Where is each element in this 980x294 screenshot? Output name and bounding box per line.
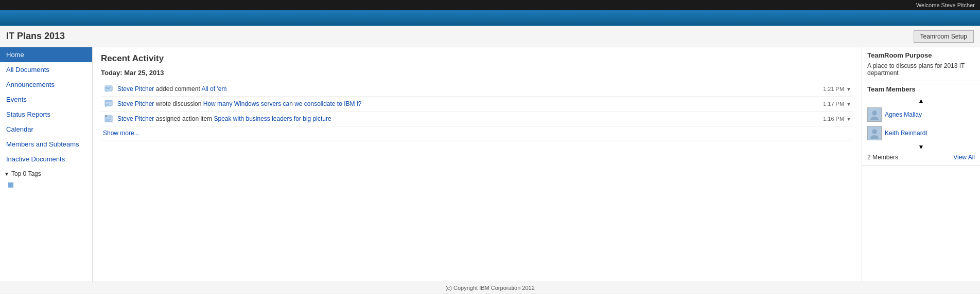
top-tags-arrow-icon: ▼: [4, 171, 9, 177]
svg-marker-8: [105, 106, 107, 107]
activity-time: 1:21 PM ▼: [823, 86, 851, 92]
team-member-row: Keith Reinhardt: [867, 124, 975, 142]
activity-user-link[interactable]: Steve Pitcher: [117, 85, 154, 93]
team-member-row: Agnes Mallay: [867, 105, 975, 124]
activity-time: 1:17 PM ▼: [823, 101, 851, 107]
activity-action-text: assigned action item: [156, 115, 214, 122]
main-layout: Home All Documents Announcements Events …: [0, 47, 980, 282]
activity-content-link[interactable]: How many Windows servers can we consolid…: [203, 100, 361, 107]
activity-action-text: added comment: [156, 85, 202, 93]
member-avatar: [867, 126, 882, 140]
svg-point-16: [872, 111, 877, 115]
comment-icon: [103, 85, 114, 93]
activity-content-link[interactable]: All of 'em: [201, 85, 226, 93]
chevron-down-icon: ▼: [846, 116, 851, 122]
sidebar-item-all-documents[interactable]: All Documents: [0, 62, 92, 77]
recent-activity-title: Recent Activity: [101, 53, 853, 64]
activity-text: Steve Pitcher added comment All of 'em: [117, 85, 819, 93]
app-header: IT Plans 2013 Teamroom Setup: [0, 26, 980, 47]
sidebar-item-calendar[interactable]: Calendar: [0, 122, 92, 137]
discussion-icon: [103, 100, 114, 108]
purpose-section: TeamRoom Purpose A place to discuss plan…: [862, 47, 980, 81]
activity-text: Steve Pitcher assigned action item Speak…: [117, 115, 819, 122]
member-name-link[interactable]: Keith Reinhardt: [885, 130, 927, 137]
sidebar-item-status-reports[interactable]: Status Reports: [0, 107, 92, 122]
members-count: 2 Members: [867, 154, 898, 161]
tag-box-icon: [8, 182, 13, 188]
svg-rect-10: [107, 115, 110, 117]
member-scroll-up[interactable]: ▲: [867, 96, 975, 105]
purpose-text: A place to discuss plans for 2013 IT dep…: [867, 62, 975, 77]
activity-time: 1:16 PM ▼: [823, 116, 851, 122]
top-tags-label: Top 0 Tags: [11, 170, 41, 177]
top-bar: Welcome Steve Pitcher: [0, 0, 980, 10]
activity-text: Steve Pitcher wrote discussion How many …: [117, 100, 819, 107]
sidebar-item-inactive-documents[interactable]: Inactive Documents: [0, 152, 92, 167]
activity-user-link[interactable]: Steve Pitcher: [117, 115, 154, 122]
activity-row: Steve Pitcher wrote discussion How many …: [101, 97, 853, 112]
svg-rect-15: [106, 116, 107, 117]
purpose-title: TeamRoom Purpose: [867, 51, 975, 59]
content-area: Recent Activity Today: Mar 25, 2013 Stev…: [93, 47, 862, 282]
teamroom-setup-button[interactable]: Teamroom Setup: [914, 30, 974, 43]
blue-bar: [0, 10, 980, 26]
view-all-link[interactable]: View All: [953, 154, 975, 161]
activity-row: Steve Pitcher assigned action item Speak…: [101, 112, 853, 126]
right-panel: TeamRoom Purpose A place to discuss plan…: [862, 47, 980, 282]
app-title: IT Plans 2013: [6, 31, 65, 42]
team-members-title: Team Members: [867, 85, 975, 93]
top-tags-section[interactable]: ▼ Top 0 Tags: [0, 167, 92, 181]
activity-row: Steve Pitcher added comment All of 'em 1…: [101, 82, 853, 97]
activity-content-link[interactable]: Speak with business leaders for big pict…: [214, 115, 331, 122]
member-name-link[interactable]: Agnes Mallay: [885, 111, 922, 118]
sidebar-item-announcements[interactable]: Announcements: [0, 77, 92, 92]
tag-item: [0, 181, 92, 189]
svg-point-18: [872, 129, 877, 134]
today-label: Today: Mar 25, 2013: [101, 69, 853, 77]
svg-marker-3: [106, 91, 108, 92]
sidebar: Home All Documents Announcements Events …: [0, 47, 93, 282]
action-item-icon: [103, 115, 114, 123]
copyright-text: (c) Copyright IBM Corporation 2012: [445, 285, 535, 291]
activity-user-link[interactable]: Steve Pitcher: [117, 100, 154, 107]
activity-action-text: wrote discussion: [156, 100, 203, 107]
member-scroll-down[interactable]: ▼: [867, 142, 975, 152]
members-section: Team Members ▲ Agnes Mallay: [862, 81, 980, 166]
sidebar-item-members-and-subteams[interactable]: Members and Subteams: [0, 137, 92, 152]
chevron-down-icon: ▼: [846, 101, 851, 107]
member-avatar: [867, 107, 882, 122]
show-more-button[interactable]: Show more...: [101, 126, 853, 140]
sidebar-item-events[interactable]: Events: [0, 92, 92, 107]
footer: (c) Copyright IBM Corporation 2012: [0, 282, 980, 293]
members-footer: 2 Members View All: [867, 152, 975, 161]
chevron-down-icon: ▼: [846, 86, 851, 92]
svg-point-19: [870, 135, 879, 139]
sidebar-item-home[interactable]: Home: [0, 47, 92, 62]
svg-point-17: [870, 117, 879, 120]
welcome-text: Welcome Steve Pitcher: [916, 2, 975, 8]
